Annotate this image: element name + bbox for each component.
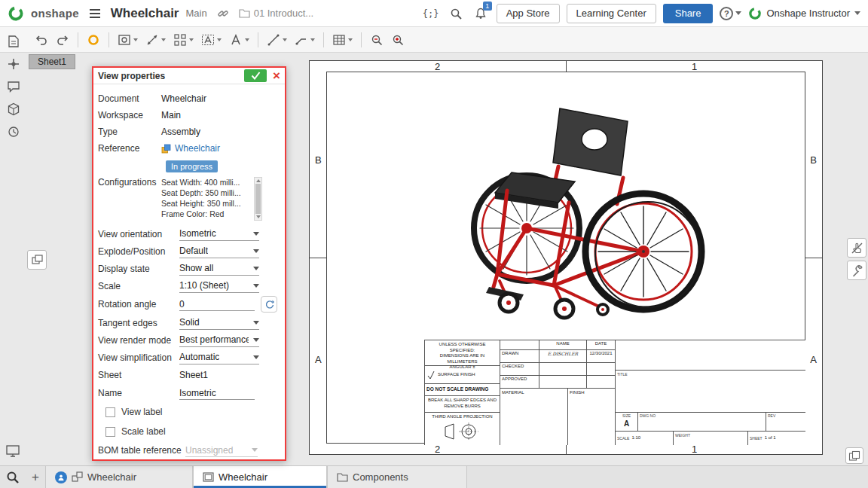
field-label: Display state (98, 264, 161, 274)
update-views-button[interactable] (84, 29, 103, 50)
line-tool-button[interactable] (264, 29, 290, 50)
name-row: Name (93, 384, 285, 402)
approved-label: APPROVED (500, 376, 539, 388)
scale-label-row: Scale label (93, 422, 285, 441)
tab-label: Wheelchair (219, 471, 267, 483)
sheet-label: SHEET (750, 436, 763, 441)
render-mode-select[interactable]: Best performance (179, 334, 259, 347)
chevron-down-icon (133, 38, 138, 41)
size-value: A (616, 419, 637, 429)
dimension-styles-icon[interactable] (4, 54, 23, 74)
add-tab-button[interactable]: + (26, 466, 45, 488)
reset-rotation-button[interactable] (261, 296, 277, 313)
date-header: DATE (587, 340, 615, 349)
search-icon[interactable] (447, 5, 465, 23)
chevron-down-icon (283, 38, 287, 41)
app-store-button[interactable]: App Store (497, 4, 560, 23)
field-label: Document (98, 93, 161, 104)
drawing-icon (203, 471, 214, 483)
render-mode-row: View render mode Best performance (93, 331, 285, 349)
view-properties-dialog: View properties × Document Wheelchair Wo… (92, 66, 286, 461)
confirm-button[interactable] (244, 69, 267, 82)
scale-label-checkbox[interactable] (105, 427, 115, 437)
folder-breadcrumb[interactable]: 01 Introduct... (239, 8, 314, 19)
sheet-pages-button[interactable] (845, 447, 863, 464)
reference-row: Reference Wheelchair (93, 140, 285, 157)
finish-label: FINISH (568, 389, 615, 445)
touch-mode-button[interactable] (847, 238, 866, 258)
scroll-up-icon (256, 179, 261, 182)
drawn-label: DRAWN (500, 350, 539, 362)
zoom-tools-icon[interactable] (0, 466, 26, 488)
field-label: Scale (98, 281, 161, 291)
link-icon[interactable] (214, 5, 232, 23)
document-row: Document Wheelchair (93, 90, 285, 107)
tangent-edges-select[interactable]: Solid (179, 316, 259, 330)
user-account-menu[interactable]: Onshape Instructor (748, 7, 860, 20)
wrench-icon[interactable] (847, 261, 866, 280)
field-label: Rotation angle (98, 299, 161, 310)
drawn-date: 12/30/2021 (587, 350, 615, 362)
table-tool-button[interactable] (329, 29, 356, 50)
chevron-down-icon (217, 38, 222, 41)
measure-button[interactable] (367, 29, 387, 50)
configurations-row: Configurations Seat Width: 400 milli... … (93, 175, 285, 225)
history-icon[interactable] (4, 122, 23, 142)
notes-line: UNLESS OTHERWISE SPECIFIED: (426, 342, 498, 353)
chevron-down-icon (161, 38, 166, 41)
sheet-overlay-button[interactable] (27, 250, 47, 270)
rotation-angle-input[interactable] (179, 297, 255, 311)
sheet1-tab[interactable]: Sheet1 (29, 54, 75, 69)
surface-finish-icon (426, 371, 436, 380)
sheet-value: 1 of 1 (765, 435, 776, 441)
scale-row: Scale 1:10 (Sheet) (93, 277, 285, 294)
display-state-select[interactable]: Show all (179, 262, 259, 276)
size-label: SIZE (622, 413, 631, 418)
notifications-bell-icon[interactable]: 1 (472, 5, 490, 23)
pattern-tool-button[interactable] (170, 29, 197, 50)
learning-center-button[interactable]: Learning Center (567, 4, 656, 23)
dimension-tool-button[interactable] (142, 29, 169, 50)
view-name-input[interactable] (179, 386, 255, 400)
field-label: Sheet (98, 370, 161, 380)
comments-icon[interactable] (4, 77, 23, 96)
explode-position-select[interactable]: Default (179, 245, 259, 258)
close-icon[interactable]: × (273, 69, 280, 82)
parts-list-icon[interactable] (4, 99, 23, 119)
view-label-checkbox[interactable] (105, 407, 115, 417)
chevron-down-icon (253, 232, 259, 236)
scrollbar[interactable] (254, 177, 262, 221)
title-block: UNLESS OTHERWISE SPECIFIED: DIMENSIONS A… (424, 340, 805, 445)
tab-components-folder[interactable]: Components (327, 466, 467, 488)
configurations-list[interactable]: Seat Width: 400 milli... Seat Depth: 350… (161, 177, 262, 219)
document-value: Wheelchair (161, 93, 206, 104)
note-tool-button[interactable] (226, 29, 252, 50)
redo-button[interactable] (53, 29, 72, 50)
material-label: MATERIAL (500, 389, 568, 445)
view-simplification-select[interactable]: Automatic (179, 351, 259, 364)
callout-tool-button[interactable] (292, 29, 318, 50)
dialog-title: View properties (98, 71, 238, 81)
chevron-down-icon (245, 38, 249, 41)
hamburger-menu-icon[interactable] (86, 5, 104, 23)
view-orientation-select[interactable]: Isometric (179, 227, 259, 241)
measure-settings-button[interactable] (388, 29, 408, 50)
help-menu[interactable]: ? (720, 7, 741, 20)
insert-view-button[interactable] (115, 29, 141, 50)
field-label: Reference (98, 143, 161, 154)
tab-label: Wheelchair (87, 471, 136, 483)
scale-select[interactable]: 1:10 (Sheet) (179, 279, 259, 293)
bom-reference-select[interactable]: Unassigned (185, 444, 258, 457)
configuration-item: Seat Depth: 350 milli... (161, 188, 252, 198)
sheets-panel-icon[interactable] (4, 32, 23, 51)
featurescript-icon[interactable]: {;} (422, 5, 440, 23)
share-button[interactable]: Share (663, 4, 714, 23)
reference-link[interactable]: Wheelchair (161, 143, 220, 154)
onshape-logo[interactable] (8, 5, 24, 22)
tab-wheelchair-assembly[interactable]: Wheelchair (45, 466, 193, 488)
collaborator-badge (55, 471, 67, 483)
undo-button[interactable] (32, 29, 51, 50)
drawing-toolbar (0, 27, 868, 53)
tab-wheelchair-drawing[interactable]: Wheelchair (193, 466, 327, 488)
text-box-tool-button[interactable] (198, 29, 225, 50)
